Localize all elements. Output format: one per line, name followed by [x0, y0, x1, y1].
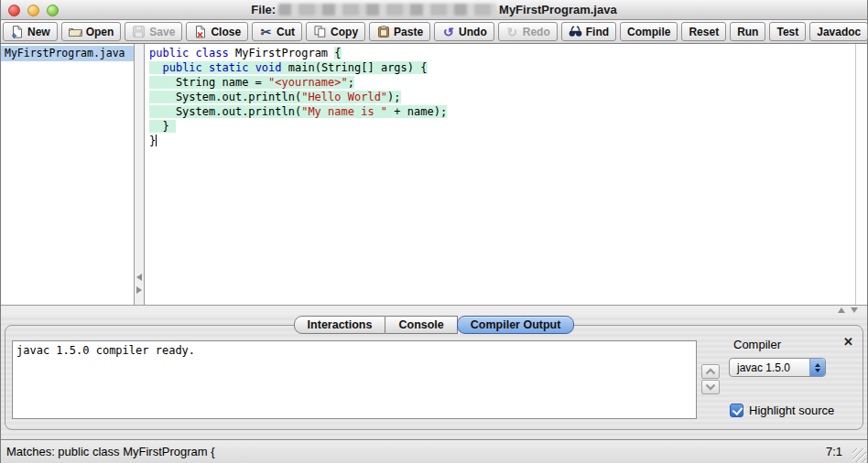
code-token — [202, 61, 209, 74]
toolbar: NewOpenSaveClose✂CutCopyPaste↺Undo↻RedoF… — [1, 20, 867, 44]
code-line: System.out.println("My name is " + name)… — [149, 104, 852, 119]
keyword-token: public — [149, 47, 189, 59]
cut-button[interactable]: ✂Cut — [252, 22, 302, 41]
close-window-button[interactable] — [8, 5, 20, 16]
toolbar-button-label: Redo — [523, 26, 550, 38]
code-line: } — [149, 119, 852, 134]
resize-grip[interactable] — [852, 448, 866, 462]
save-button[interactable]: Save — [125, 22, 182, 41]
open-files-list: MyFirstProgram.java — [1, 44, 135, 305]
code-editor[interactable]: public class MyFirstProgram { public sta… — [145, 44, 867, 305]
editor-vertical-scrollbar[interactable] — [855, 44, 867, 305]
keyword-token: public — [162, 61, 201, 74]
previous-error-button[interactable] — [701, 364, 720, 379]
vertical-splitter[interactable] — [135, 44, 145, 305]
string-token: "<yourname>" — [268, 76, 348, 89]
toolbar-button-label: Compile — [627, 26, 670, 38]
toolbar-button-label: Save — [149, 26, 175, 38]
close-button[interactable]: Close — [186, 22, 248, 41]
undo-arrow-icon: ↺ — [441, 26, 455, 38]
toolbar-button-label: Cut — [277, 26, 295, 38]
compiler-output-text[interactable]: javac 1.5.0 compiler ready. — [12, 340, 697, 419]
code-line: String name = "<yourname>"; — [149, 75, 852, 90]
code-token: main(String[] args) { — [282, 61, 428, 74]
compiler-select[interactable]: javac 1.5.0 — [729, 358, 826, 377]
code-token: { — [334, 47, 341, 59]
bottom-tab-bar: InteractionsConsoleCompiler Output — [1, 316, 867, 334]
code-line: } — [149, 134, 852, 148]
open-button[interactable]: Open — [61, 22, 122, 41]
undo-button[interactable]: ↺Undo — [434, 22, 494, 41]
zoom-window-button[interactable] — [47, 5, 59, 16]
window-title-prefix: File: — [251, 3, 276, 16]
collapse-right-icon[interactable] — [136, 286, 142, 294]
main-split-pane: MyFirstProgram.java public class MyFirst… — [1, 44, 867, 305]
find-button[interactable]: Find — [561, 22, 616, 41]
window-controls — [8, 5, 59, 16]
redo-arrow-icon: ↻ — [505, 26, 519, 38]
code-text: public class MyFirstProgram { public sta… — [149, 46, 852, 148]
collapse-left-icon[interactable] — [136, 274, 142, 281]
code-line: public static void main(String[] args) { — [149, 60, 852, 75]
next-error-button[interactable] — [701, 380, 720, 394]
code-token — [149, 61, 162, 74]
highlight-source-checkbox[interactable] — [730, 404, 743, 417]
paste-button[interactable]: Paste — [369, 22, 430, 41]
text-caret — [156, 135, 157, 146]
status-bar: Matches: public class MyFirstProgram { 7… — [1, 439, 867, 463]
collapse-up-icon[interactable] — [838, 307, 845, 313]
binoculars-icon — [569, 26, 582, 38]
horizontal-splitter[interactable] — [1, 305, 867, 315]
code-token: MyFirstProgram — [229, 47, 335, 59]
code-token: + name); — [387, 105, 447, 118]
keyword-token: class — [196, 47, 229, 59]
save-floppy-icon — [132, 26, 146, 38]
highlight-source-label: Highlight source — [749, 404, 834, 417]
window-title-filename: MyFirstProgram.java — [499, 3, 617, 16]
string-token: "Hello World" — [301, 91, 387, 103]
toolbar-button-label: Undo — [459, 26, 487, 38]
code-token: System.out.println( — [149, 91, 301, 103]
compile-button[interactable]: Compile — [620, 22, 678, 41]
code-token — [189, 47, 195, 59]
toolbar-button-label: Open — [86, 26, 114, 38]
compiler-select-value: javac 1.5.0 — [730, 361, 809, 374]
close-panel-button[interactable]: ✕ — [843, 336, 853, 348]
combo-stepper-icon[interactable] — [809, 359, 825, 376]
new-button[interactable]: New — [3, 22, 58, 41]
code-line: System.out.println("Hello World"); — [149, 90, 852, 104]
redo-button[interactable]: ↻Redo — [498, 22, 558, 41]
code-token: String name = — [149, 76, 268, 89]
run-button[interactable]: Run — [730, 22, 765, 41]
toolbar-button-label: Close — [211, 26, 241, 38]
compiler-label: Compiler — [733, 338, 781, 351]
toolbar-button-label: Paste — [394, 26, 423, 38]
tab-compiler-output[interactable]: Compiler Output — [457, 316, 575, 334]
code-token: } — [149, 135, 156, 147]
highlight-source-option[interactable]: Highlight source — [730, 404, 834, 417]
sidebar-item-file[interactable]: MyFirstProgram.java — [1, 46, 134, 61]
keyword-token: static — [209, 61, 248, 74]
toolbar-button-label: Javadoc — [817, 26, 861, 38]
toolbar-button-label: Run — [737, 26, 758, 38]
copy-button[interactable]: Copy — [306, 22, 365, 41]
reset-button[interactable]: Reset — [681, 22, 726, 41]
status-matches-text: Matches: public class MyFirstProgram { — [6, 445, 215, 458]
copy-pages-icon — [313, 26, 327, 38]
chevron-down-icon — [705, 383, 716, 391]
code-token: System.out.println( — [149, 105, 301, 118]
tab-console[interactable]: Console — [385, 316, 457, 334]
collapse-down-icon[interactable] — [851, 307, 858, 313]
test-button[interactable]: Test — [769, 22, 806, 41]
window-title: File: MyFirstProgram.java — [251, 3, 616, 16]
scissors-icon: ✂ — [259, 26, 273, 38]
tab-interactions[interactable]: Interactions — [294, 316, 386, 334]
minimize-window-button[interactable] — [27, 5, 39, 16]
javadoc-button[interactable]: Javadoc — [809, 22, 868, 41]
chevron-up-icon — [705, 368, 716, 375]
toolbar-button-label: New — [27, 26, 50, 38]
close-document-icon — [193, 26, 207, 38]
compiler-output-pane: javac 1.5.0 compiler ready. Compiler ✕ j… — [5, 325, 863, 430]
caret-position: 7:1 — [826, 445, 842, 458]
keyword-token: void — [255, 61, 282, 74]
